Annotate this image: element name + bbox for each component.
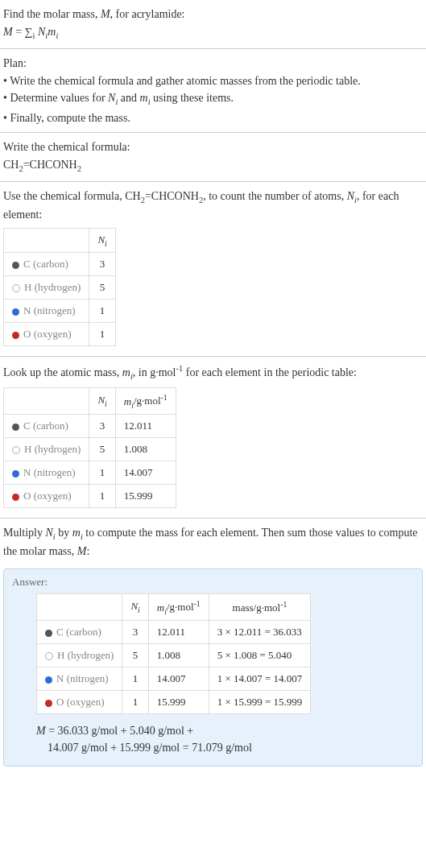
eq-sum: = ∑ [13,26,33,38]
multiply-intro: Multiply Ni by mi to compute the mass fo… [3,525,423,559]
var-mi: mi [122,366,133,378]
element-cell: O (oxygen) [4,323,89,346]
mass-cell: 1 × 15.999 = 15.999 [209,691,311,714]
text: using these items. [151,92,234,104]
mi-cell: 15.999 [115,485,176,508]
answer-box: Answer: Ni mi/g·mol-1 mass/g·mol-1 C (ca… [3,568,423,767]
answer-equation: M = 36.033 g/mol + 5.040 g/mol + 14.007 … [36,722,414,756]
text: • Determine values for [3,92,108,104]
unit: /g·mol [134,395,161,407]
element-cell: H (hydrogen) [4,438,89,461]
plan-bullet-1: • Write the chemical formula and gather … [3,73,423,89]
elem-name: (oxygen) [34,328,72,340]
table-row: O (oxygen) 1 15.999 1 × 15.999 = 15.999 [37,691,311,714]
formula-section: Write the chemical formula: CH2=CHCONH2 [0,133,426,182]
elem-sym: O [56,696,64,708]
eq-line-1: M = 36.033 g/mol + 5.040 g/mol + [36,722,414,739]
elem-name: (hydrogen) [35,281,81,293]
mass-intro: Look up the atomic mass, mi, in g·mol-1 … [3,363,423,382]
elem-sym: C [23,420,31,432]
text: Use the chemical formula, CH [3,190,141,202]
text: by [56,527,72,539]
eq-lhs: M [3,26,13,38]
intro-line1: Find the molar mass, M, for acrylamide: [3,6,423,23]
var-Ni: Ni [347,190,357,202]
ni-cell: 1 [89,461,115,485]
text: : [86,545,89,557]
elem-name: (oxygen) [34,490,72,502]
text: CH [3,159,19,171]
table-row: C (carbon) 3 12.011 [4,415,176,438]
plan-bullet-2: • Determine values for Ni and mi using t… [3,90,423,108]
table-row: H (hydrogen) 5 [4,276,116,300]
var-mi: mi [140,92,151,104]
elem-sym: C [56,626,64,638]
element-cell: H (hydrogen) [4,276,89,300]
mass-cell: 3 × 12.011 = 36.033 [209,621,311,644]
ni-cell: 3 [89,253,115,276]
element-cell: O (oxygen) [4,485,89,508]
mi-cell: 15.999 [148,691,209,714]
text: =CHCONH [145,190,199,202]
elem-sym: O [23,490,31,502]
mass-table: Ni mi/g·mol-1 C (carbon) 3 12.011 H (hyd… [3,387,176,508]
mass-cell: 5 × 1.008 = 5.040 [209,644,311,668]
table-header-row: Ni [4,228,116,253]
blank-header [4,388,89,415]
mi-cell: 14.007 [148,668,209,691]
elem-name: (carbon) [66,626,101,638]
dot-icon [12,284,20,292]
elem-sym: N [56,672,64,684]
mass-header: mass/g·mol-1 [209,594,311,621]
ni-cell: 3 [122,621,148,644]
dot-icon [12,494,19,501]
dot-icon [12,308,19,316]
ni-cell: 1 [89,485,115,508]
mi-header: mi/g·mol-1 [148,594,209,621]
text: Find the molar mass, [3,8,101,20]
element-cell: O (oxygen) [37,691,122,714]
elem-name: (nitrogen) [34,466,76,478]
elem-sym: H [24,443,31,455]
element-cell: C (carbon) [4,415,89,438]
dot-icon [45,700,52,707]
var-M: M [77,545,87,557]
element-cell: C (carbon) [37,621,122,644]
text: , for acrylamide: [110,8,185,20]
plan-section: Plan: • Write the chemical formula and g… [0,49,426,133]
text: and [118,92,139,104]
text: Multiply [3,527,46,539]
table-row: O (oxygen) 1 [4,323,116,346]
mi-cell: 1.008 [148,644,209,668]
formula-title: Write the chemical formula: [3,139,423,155]
ni-cell: 1 [89,323,115,346]
intro-equation: M = ∑i Nimi [3,24,423,42]
elem-name: (hydrogen) [68,649,114,661]
mass-cell: 1 × 14.007 = 14.007 [209,668,311,691]
table-row: C (carbon) 3 [4,253,116,276]
elem-name: (nitrogen) [67,672,109,684]
ni-cell: 1 [122,691,148,714]
var-Ni: Nimi [38,26,58,38]
blank-header [4,228,89,253]
table-header-row: Ni mi/g·mol-1 mass/g·mol-1 [37,594,311,621]
ni-cell: 5 [122,644,148,668]
element-cell: H (hydrogen) [37,644,122,668]
table-row: N (nitrogen) 1 14.007 [4,461,176,485]
dot-icon [45,630,52,637]
eq-line-2: 14.007 g/mol + 15.999 g/mol = 71.079 g/m… [36,739,414,756]
var-Ni: Ni [108,92,118,104]
ni-cell: 1 [122,668,148,691]
element-cell: N (nitrogen) [4,300,89,323]
dot-icon [45,676,52,684]
text: =CHCONH [23,159,77,171]
dot-icon [12,424,19,431]
dot-icon [12,470,19,477]
elem-name: (carbon) [33,258,68,270]
unit: mass/g·mol [233,601,281,614]
unit: /g·mol [167,601,194,614]
mass-section: Look up the atomic mass, mi, in g·mol-1 … [0,357,426,519]
intro-section: Find the molar mass, M, for acrylamide: … [0,0,426,49]
table-row: O (oxygen) 1 15.999 [4,485,176,508]
element-cell: C (carbon) [4,253,89,276]
